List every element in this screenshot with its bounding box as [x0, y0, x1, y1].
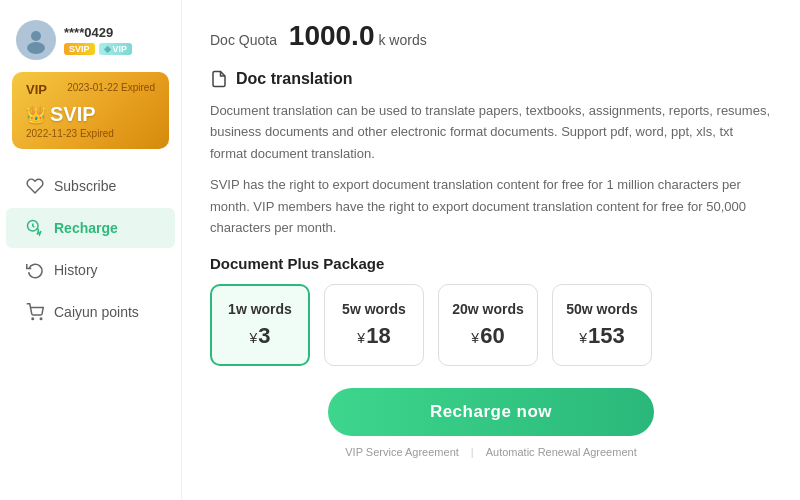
package-5w[interactable]: 5w words ¥18 [324, 284, 424, 366]
user-badges: SVIP ◆ VIP [64, 43, 132, 55]
automatic-renewal-agreement-link[interactable]: Automatic Renewal Agreement [486, 446, 637, 458]
package-1w-words: 1w words [228, 301, 292, 317]
history-label: History [54, 262, 98, 278]
sidebar-item-recharge[interactable]: Recharge [6, 208, 175, 248]
description-1: Document translation can be used to tran… [210, 100, 772, 164]
vip-service-agreement-link[interactable]: VIP Service Agreement [345, 446, 459, 458]
svg-point-4 [40, 318, 42, 320]
package-50w-price: ¥153 [579, 323, 625, 349]
footer-links: VIP Service Agreement | Automatic Renewa… [210, 446, 772, 458]
package-5w-words: 5w words [342, 301, 406, 317]
package-20w-words: 20w words [452, 301, 524, 317]
quota-label: Doc Quota [210, 32, 277, 48]
description-2: SVIP has the right to export document tr… [210, 174, 772, 238]
package-1w[interactable]: 1w words ¥3 [210, 284, 310, 366]
vip-expired: 2023-01-22 Expired [67, 82, 155, 93]
svg-point-0 [31, 31, 41, 41]
sidebar-item-points[interactable]: Caiyun points [6, 292, 175, 332]
svg-point-3 [32, 318, 34, 320]
package-20w[interactable]: 20w words ¥60 [438, 284, 538, 366]
footer-divider: | [471, 446, 474, 458]
points-label: Caiyun points [54, 304, 139, 320]
package-title: Document Plus Package [210, 255, 772, 272]
history-icon [26, 261, 44, 279]
package-50w-words: 50w words [566, 301, 638, 317]
vip-membership-card: VIP 2023-01-22 Expired 👑 SVIP 2022-11-23… [12, 72, 169, 149]
svg-point-1 [27, 42, 45, 54]
recharge-icon [26, 219, 44, 237]
doc-translation-title: Doc translation [210, 70, 772, 88]
user-info: ****0429 SVIP ◆ VIP [0, 12, 181, 72]
package-1w-price: ¥3 [249, 323, 270, 349]
points-icon [26, 303, 44, 321]
vip-label: VIP [26, 82, 47, 97]
svip-badge: SVIP [64, 43, 95, 55]
recharge-label: Recharge [54, 220, 118, 236]
sidebar: ****0429 SVIP ◆ VIP VIP 2023-01-22 Expir… [0, 0, 182, 500]
sidebar-item-subscribe[interactable]: Subscribe [6, 166, 175, 206]
package-list: 1w words ¥3 5w words ¥18 20w words ¥60 5… [210, 284, 772, 366]
quota-unit: k words [378, 32, 426, 48]
avatar [16, 20, 56, 60]
package-5w-price: ¥18 [357, 323, 390, 349]
doc-quota-line: Doc Quota 1000.0 k words [210, 20, 772, 52]
recharge-now-button[interactable]: Recharge now [328, 388, 654, 436]
quota-number: 1000.0 [289, 20, 375, 52]
crown-icon: 👑 [26, 105, 46, 124]
package-50w[interactable]: 50w words ¥153 [552, 284, 652, 366]
svip-label: 👑 SVIP [26, 103, 155, 126]
main-content: Doc Quota 1000.0 k words Doc translation… [182, 0, 800, 500]
document-icon [210, 70, 228, 88]
subscribe-label: Subscribe [54, 178, 116, 194]
svip-expired: 2022-11-23 Expired [26, 128, 155, 139]
user-id: ****0429 [64, 25, 132, 40]
sidebar-item-history[interactable]: History [6, 250, 175, 290]
package-20w-price: ¥60 [471, 323, 504, 349]
heart-icon [26, 177, 44, 195]
vip-badge: ◆ VIP [99, 43, 133, 55]
